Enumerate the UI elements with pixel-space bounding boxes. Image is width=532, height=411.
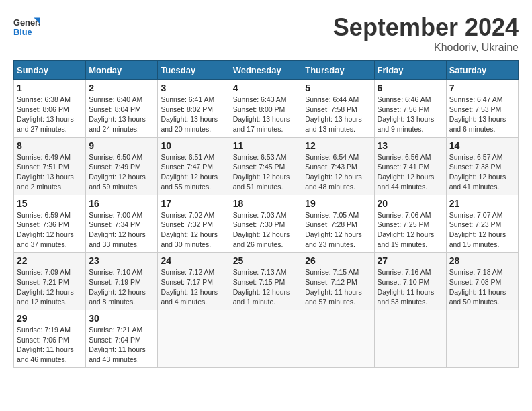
- col-tuesday: Tuesday: [158, 61, 230, 80]
- day-number: 25: [233, 255, 300, 266]
- calendar-cell: 9 Sunrise: 6:50 AM Sunset: 7:49 PM Dayli…: [86, 137, 158, 195]
- col-sunday: Sunday: [14, 61, 86, 80]
- logo: General Blue: [13, 13, 43, 40]
- calendar-cell: 10 Sunrise: 6:51 AM Sunset: 7:47 PM Dayl…: [158, 137, 230, 195]
- calendar-cell: 4 Sunrise: 6:43 AM Sunset: 8:00 PM Dayli…: [230, 80, 302, 138]
- day-info: Sunrise: 6:38 AM Sunset: 8:06 PM Dayligh…: [17, 95, 83, 134]
- day-info: Sunrise: 7:09 AM Sunset: 7:21 PM Dayligh…: [17, 267, 83, 307]
- day-info: Sunrise: 7:16 AM Sunset: 7:10 PM Dayligh…: [378, 267, 443, 307]
- day-number: 21: [449, 198, 515, 209]
- day-number: 18: [233, 198, 300, 209]
- day-info: Sunrise: 7:15 AM Sunset: 7:12 PM Dayligh…: [305, 267, 371, 307]
- day-number: 9: [89, 140, 154, 151]
- day-info: Sunrise: 6:57 AM Sunset: 7:38 PM Dayligh…: [449, 152, 515, 192]
- day-number: 3: [161, 83, 226, 93]
- page-header: General Blue September 2024 Khodoriv, Uk…: [13, 13, 519, 54]
- day-info: Sunrise: 7:18 AM Sunset: 7:08 PM Dayligh…: [449, 267, 515, 307]
- calendar-cell: 25 Sunrise: 7:13 AM Sunset: 7:15 PM Dayl…: [230, 253, 302, 310]
- day-number: 8: [17, 140, 83, 151]
- col-monday: Monday: [86, 61, 158, 80]
- day-number: 27: [378, 255, 443, 266]
- calendar-cell: 1 Sunrise: 6:38 AM Sunset: 8:06 PM Dayli…: [14, 80, 86, 138]
- calendar-cell: 3 Sunrise: 6:41 AM Sunset: 8:02 PM Dayli…: [158, 80, 230, 138]
- day-number: 23: [89, 255, 154, 266]
- calendar-cell: 13 Sunrise: 6:56 AM Sunset: 7:41 PM Dayl…: [374, 137, 446, 195]
- calendar-cell: 6 Sunrise: 6:46 AM Sunset: 7:56 PM Dayli…: [374, 80, 446, 138]
- calendar-cell: 5 Sunrise: 6:44 AM Sunset: 7:58 PM Dayli…: [302, 80, 374, 138]
- calendar-cell: [230, 310, 302, 368]
- col-saturday: Saturday: [446, 61, 518, 80]
- calendar-row: 29 Sunrise: 7:19 AM Sunset: 7:06 PM Dayl…: [14, 310, 519, 368]
- location-subtitle: Khodoriv, Ukraine: [333, 42, 519, 54]
- calendar-row: 22 Sunrise: 7:09 AM Sunset: 7:21 PM Dayl…: [14, 253, 519, 310]
- day-info: Sunrise: 7:12 AM Sunset: 7:17 PM Dayligh…: [161, 267, 226, 307]
- calendar-cell: [302, 310, 374, 368]
- day-number: 2: [89, 83, 154, 93]
- calendar-cell: 21 Sunrise: 7:07 AM Sunset: 7:23 PM Dayl…: [446, 195, 518, 253]
- calendar-cell: 15 Sunrise: 6:59 AM Sunset: 7:36 PM Dayl…: [14, 195, 86, 253]
- day-number: 5: [305, 83, 371, 93]
- day-number: 16: [89, 198, 154, 209]
- day-number: 12: [305, 140, 371, 151]
- col-friday: Friday: [374, 61, 446, 80]
- day-info: Sunrise: 7:02 AM Sunset: 7:32 PM Dayligh…: [161, 210, 226, 250]
- day-info: Sunrise: 7:00 AM Sunset: 7:34 PM Dayligh…: [89, 210, 154, 250]
- day-info: Sunrise: 6:59 AM Sunset: 7:36 PM Dayligh…: [17, 210, 83, 250]
- col-wednesday: Wednesday: [230, 61, 302, 80]
- day-number: 1: [17, 83, 83, 93]
- day-info: Sunrise: 7:19 AM Sunset: 7:06 PM Dayligh…: [17, 325, 83, 365]
- calendar-cell: 18 Sunrise: 7:03 AM Sunset: 7:30 PM Dayl…: [230, 195, 302, 253]
- day-info: Sunrise: 6:43 AM Sunset: 8:00 PM Dayligh…: [233, 95, 300, 134]
- day-info: Sunrise: 7:05 AM Sunset: 7:28 PM Dayligh…: [305, 210, 371, 250]
- day-number: 22: [17, 255, 83, 266]
- day-number: 7: [449, 83, 515, 93]
- calendar-cell: 8 Sunrise: 6:49 AM Sunset: 7:51 PM Dayli…: [14, 137, 86, 195]
- day-number: 10: [161, 140, 226, 151]
- calendar-cell: 12 Sunrise: 6:54 AM Sunset: 7:43 PM Dayl…: [302, 137, 374, 195]
- day-number: 17: [161, 198, 226, 209]
- header-row: Sunday Monday Tuesday Wednesday Thursday…: [14, 61, 519, 80]
- logo-icon: General Blue: [13, 13, 40, 40]
- day-info: Sunrise: 7:21 AM Sunset: 7:04 PM Dayligh…: [89, 325, 154, 365]
- calendar-cell: 28 Sunrise: 7:18 AM Sunset: 7:08 PM Dayl…: [446, 253, 518, 310]
- day-number: 4: [233, 83, 300, 93]
- day-info: Sunrise: 6:56 AM Sunset: 7:41 PM Dayligh…: [378, 152, 443, 192]
- calendar-cell: 20 Sunrise: 7:06 AM Sunset: 7:25 PM Dayl…: [374, 195, 446, 253]
- col-thursday: Thursday: [302, 61, 374, 80]
- day-number: 14: [449, 140, 515, 151]
- day-info: Sunrise: 6:41 AM Sunset: 8:02 PM Dayligh…: [161, 95, 226, 134]
- day-info: Sunrise: 6:49 AM Sunset: 7:51 PM Dayligh…: [17, 152, 83, 192]
- day-info: Sunrise: 7:07 AM Sunset: 7:23 PM Dayligh…: [449, 210, 515, 250]
- calendar-table: Sunday Monday Tuesday Wednesday Thursday…: [13, 60, 519, 368]
- calendar-row: 8 Sunrise: 6:49 AM Sunset: 7:51 PM Dayli…: [14, 137, 519, 195]
- day-number: 11: [233, 140, 300, 151]
- day-info: Sunrise: 6:53 AM Sunset: 7:45 PM Dayligh…: [233, 152, 300, 192]
- calendar-cell: 2 Sunrise: 6:40 AM Sunset: 8:04 PM Dayli…: [86, 80, 158, 138]
- calendar-cell: 17 Sunrise: 7:02 AM Sunset: 7:32 PM Dayl…: [158, 195, 230, 253]
- day-info: Sunrise: 6:50 AM Sunset: 7:49 PM Dayligh…: [89, 152, 154, 192]
- calendar-cell: 29 Sunrise: 7:19 AM Sunset: 7:06 PM Dayl…: [14, 310, 86, 368]
- day-info: Sunrise: 7:10 AM Sunset: 7:19 PM Dayligh…: [89, 267, 154, 307]
- svg-text:Blue: Blue: [13, 27, 32, 37]
- calendar-cell: [158, 310, 230, 368]
- calendar-row: 1 Sunrise: 6:38 AM Sunset: 8:06 PM Dayli…: [14, 80, 519, 138]
- day-info: Sunrise: 6:40 AM Sunset: 8:04 PM Dayligh…: [89, 95, 154, 134]
- calendar-cell: 14 Sunrise: 6:57 AM Sunset: 7:38 PM Dayl…: [446, 137, 518, 195]
- day-number: 15: [17, 198, 83, 209]
- calendar-cell: 26 Sunrise: 7:15 AM Sunset: 7:12 PM Dayl…: [302, 253, 374, 310]
- day-info: Sunrise: 7:03 AM Sunset: 7:30 PM Dayligh…: [233, 210, 300, 250]
- day-info: Sunrise: 7:06 AM Sunset: 7:25 PM Dayligh…: [378, 210, 443, 250]
- calendar-body: 1 Sunrise: 6:38 AM Sunset: 8:06 PM Dayli…: [14, 80, 519, 368]
- calendar-cell: 11 Sunrise: 6:53 AM Sunset: 7:45 PM Dayl…: [230, 137, 302, 195]
- calendar-row: 15 Sunrise: 6:59 AM Sunset: 7:36 PM Dayl…: [14, 195, 519, 253]
- calendar-cell: 27 Sunrise: 7:16 AM Sunset: 7:10 PM Dayl…: [374, 253, 446, 310]
- day-number: 28: [449, 255, 515, 266]
- day-number: 19: [305, 198, 371, 209]
- day-number: 6: [378, 83, 443, 93]
- title-section: September 2024 Khodoriv, Ukraine: [333, 13, 519, 54]
- day-info: Sunrise: 6:54 AM Sunset: 7:43 PM Dayligh…: [305, 152, 371, 192]
- day-number: 13: [378, 140, 443, 151]
- day-info: Sunrise: 6:47 AM Sunset: 7:53 PM Dayligh…: [449, 95, 515, 134]
- day-number: 30: [89, 313, 154, 324]
- day-number: 29: [17, 313, 83, 324]
